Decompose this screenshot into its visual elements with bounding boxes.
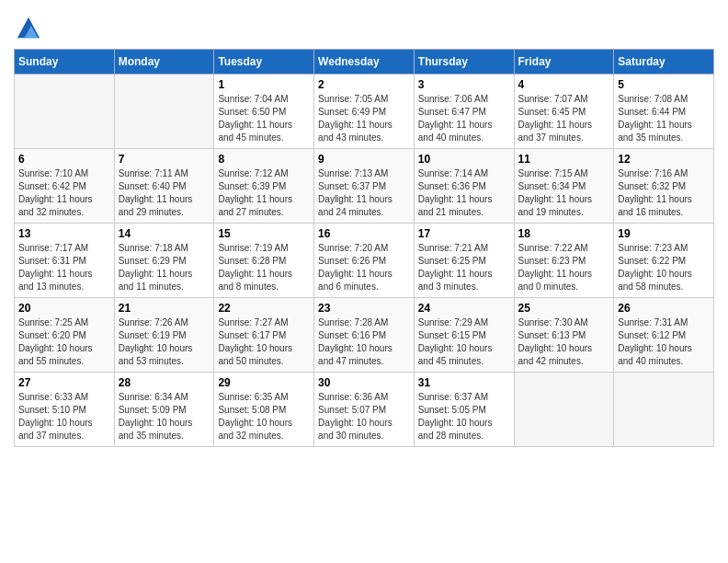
day-cell: 25Sunrise: 7:30 AM Sunset: 6:13 PM Dayli… <box>514 298 614 373</box>
header-wednesday: Wednesday <box>314 50 415 75</box>
day-cell: 7Sunrise: 7:11 AM Sunset: 6:40 PM Daylig… <box>114 149 214 224</box>
day-info: Sunrise: 7:26 AM Sunset: 6:19 PM Dayligh… <box>119 316 210 368</box>
day-cell: 16Sunrise: 7:20 AM Sunset: 6:26 PM Dayli… <box>314 224 415 298</box>
day-cell <box>15 75 115 149</box>
day-info: Sunrise: 7:19 AM Sunset: 6:28 PM Dayligh… <box>218 242 310 293</box>
header-saturday: Saturday <box>614 50 714 75</box>
day-number: 26 <box>618 302 710 315</box>
day-info: Sunrise: 7:20 AM Sunset: 6:26 PM Dayligh… <box>318 242 410 293</box>
day-info: Sunrise: 6:37 AM Sunset: 5:05 PM Dayligh… <box>418 391 510 442</box>
day-number: 28 <box>119 376 210 389</box>
day-number: 22 <box>218 302 310 315</box>
week-row-4: 20Sunrise: 7:25 AM Sunset: 6:20 PM Dayli… <box>15 298 714 373</box>
calendar-table: SundayMondayTuesdayWednesdayThursdayFrid… <box>14 49 714 447</box>
day-number: 5 <box>618 78 710 91</box>
day-number: 15 <box>218 227 310 240</box>
day-cell: 24Sunrise: 7:29 AM Sunset: 6:15 PM Dayli… <box>414 298 514 373</box>
day-cell: 20Sunrise: 7:25 AM Sunset: 6:20 PM Dayli… <box>15 298 115 373</box>
day-number: 31 <box>418 376 510 389</box>
header-friday: Friday <box>514 50 614 75</box>
day-info: Sunrise: 7:23 AM Sunset: 6:22 PM Dayligh… <box>618 242 710 293</box>
day-cell: 1Sunrise: 7:04 AM Sunset: 6:50 PM Daylig… <box>214 75 314 149</box>
header-sunday: Sunday <box>15 50 115 75</box>
day-number: 20 <box>18 302 110 315</box>
day-info: Sunrise: 7:16 AM Sunset: 6:32 PM Dayligh… <box>618 167 710 219</box>
day-info: Sunrise: 7:31 AM Sunset: 6:12 PM Dayligh… <box>618 316 710 368</box>
day-info: Sunrise: 7:21 AM Sunset: 6:25 PM Dayligh… <box>418 242 510 293</box>
day-info: Sunrise: 7:11 AM Sunset: 6:40 PM Dayligh… <box>119 167 210 219</box>
day-cell: 4Sunrise: 7:07 AM Sunset: 6:45 PM Daylig… <box>514 75 614 149</box>
day-cell <box>514 373 614 447</box>
day-info: Sunrise: 6:36 AM Sunset: 5:07 PM Dayligh… <box>318 391 410 442</box>
header-thursday: Thursday <box>414 50 514 75</box>
day-cell: 8Sunrise: 7:12 AM Sunset: 6:39 PM Daylig… <box>214 149 314 224</box>
day-info: Sunrise: 7:15 AM Sunset: 6:34 PM Dayligh… <box>518 167 610 219</box>
day-cell: 9Sunrise: 7:13 AM Sunset: 6:37 PM Daylig… <box>314 149 415 224</box>
day-cell: 11Sunrise: 7:15 AM Sunset: 6:34 PM Dayli… <box>514 149 614 224</box>
day-cell <box>614 373 714 447</box>
week-row-3: 13Sunrise: 7:17 AM Sunset: 6:31 PM Dayli… <box>15 224 714 298</box>
day-cell: 15Sunrise: 7:19 AM Sunset: 6:28 PM Dayli… <box>214 224 314 298</box>
day-info: Sunrise: 7:28 AM Sunset: 6:16 PM Dayligh… <box>318 316 410 368</box>
day-info: Sunrise: 7:14 AM Sunset: 6:36 PM Dayligh… <box>418 167 510 219</box>
day-info: Sunrise: 7:29 AM Sunset: 6:15 PM Dayligh… <box>418 316 510 368</box>
day-info: Sunrise: 7:12 AM Sunset: 6:39 PM Dayligh… <box>218 167 310 219</box>
day-info: Sunrise: 7:06 AM Sunset: 6:47 PM Dayligh… <box>418 93 510 144</box>
day-info: Sunrise: 7:22 AM Sunset: 6:23 PM Dayligh… <box>518 242 610 293</box>
day-number: 17 <box>418 227 510 240</box>
day-number: 11 <box>518 153 610 166</box>
day-number: 25 <box>518 302 610 315</box>
logo <box>14 14 43 40</box>
day-cell: 12Sunrise: 7:16 AM Sunset: 6:32 PM Dayli… <box>614 149 714 224</box>
day-cell: 18Sunrise: 7:22 AM Sunset: 6:23 PM Dayli… <box>514 224 614 298</box>
day-number: 24 <box>418 302 510 315</box>
day-info: Sunrise: 7:27 AM Sunset: 6:17 PM Dayligh… <box>218 316 310 368</box>
day-info: Sunrise: 6:35 AM Sunset: 5:08 PM Dayligh… <box>218 391 310 442</box>
day-number: 14 <box>119 227 210 240</box>
day-info: Sunrise: 7:13 AM Sunset: 6:37 PM Dayligh… <box>318 167 410 219</box>
day-info: Sunrise: 6:34 AM Sunset: 5:09 PM Dayligh… <box>119 391 210 442</box>
calendar-header-row: SundayMondayTuesdayWednesdayThursdayFrid… <box>15 50 714 75</box>
week-row-2: 6Sunrise: 7:10 AM Sunset: 6:42 PM Daylig… <box>15 149 714 224</box>
day-number: 12 <box>618 153 710 166</box>
header-monday: Monday <box>114 50 214 75</box>
day-number: 29 <box>218 376 310 389</box>
calendar-header <box>14 14 714 40</box>
day-cell: 31Sunrise: 6:37 AM Sunset: 5:05 PM Dayli… <box>414 373 514 447</box>
day-number: 4 <box>518 78 610 91</box>
week-row-5: 27Sunrise: 6:33 AM Sunset: 5:10 PM Dayli… <box>15 373 714 447</box>
day-info: Sunrise: 7:30 AM Sunset: 6:13 PM Dayligh… <box>518 316 610 368</box>
day-number: 2 <box>318 78 410 91</box>
day-cell: 2Sunrise: 7:05 AM Sunset: 6:49 PM Daylig… <box>314 75 415 149</box>
day-info: Sunrise: 7:04 AM Sunset: 6:50 PM Dayligh… <box>218 93 310 144</box>
day-info: Sunrise: 7:08 AM Sunset: 6:44 PM Dayligh… <box>618 93 710 144</box>
day-info: Sunrise: 7:18 AM Sunset: 6:29 PM Dayligh… <box>119 242 210 293</box>
day-cell: 23Sunrise: 7:28 AM Sunset: 6:16 PM Dayli… <box>314 298 415 373</box>
day-cell: 3Sunrise: 7:06 AM Sunset: 6:47 PM Daylig… <box>414 75 514 149</box>
week-row-1: 1Sunrise: 7:04 AM Sunset: 6:50 PM Daylig… <box>15 75 714 149</box>
day-cell: 27Sunrise: 6:33 AM Sunset: 5:10 PM Dayli… <box>15 373 115 447</box>
day-info: Sunrise: 7:17 AM Sunset: 6:31 PM Dayligh… <box>18 242 110 293</box>
day-info: Sunrise: 7:10 AM Sunset: 6:42 PM Dayligh… <box>18 167 110 219</box>
day-cell: 19Sunrise: 7:23 AM Sunset: 6:22 PM Dayli… <box>614 224 714 298</box>
day-cell: 5Sunrise: 7:08 AM Sunset: 6:44 PM Daylig… <box>614 75 714 149</box>
day-cell: 13Sunrise: 7:17 AM Sunset: 6:31 PM Dayli… <box>15 224 115 298</box>
day-number: 13 <box>18 227 110 240</box>
day-number: 18 <box>518 227 610 240</box>
day-number: 1 <box>218 78 310 91</box>
day-number: 16 <box>318 227 410 240</box>
day-info: Sunrise: 7:25 AM Sunset: 6:20 PM Dayligh… <box>18 316 110 368</box>
header-tuesday: Tuesday <box>214 50 314 75</box>
day-info: Sunrise: 7:05 AM Sunset: 6:49 PM Dayligh… <box>318 93 410 144</box>
day-info: Sunrise: 7:07 AM Sunset: 6:45 PM Dayligh… <box>518 93 610 144</box>
day-number: 8 <box>218 153 310 166</box>
day-number: 10 <box>418 153 510 166</box>
day-cell: 22Sunrise: 7:27 AM Sunset: 6:17 PM Dayli… <box>214 298 314 373</box>
day-cell <box>114 75 214 149</box>
day-cell: 30Sunrise: 6:36 AM Sunset: 5:07 PM Dayli… <box>314 373 415 447</box>
day-number: 30 <box>318 376 410 389</box>
day-cell: 28Sunrise: 6:34 AM Sunset: 5:09 PM Dayli… <box>114 373 214 447</box>
day-cell: 26Sunrise: 7:31 AM Sunset: 6:12 PM Dayli… <box>614 298 714 373</box>
day-cell: 29Sunrise: 6:35 AM Sunset: 5:08 PM Dayli… <box>214 373 314 447</box>
day-number: 21 <box>119 302 210 315</box>
